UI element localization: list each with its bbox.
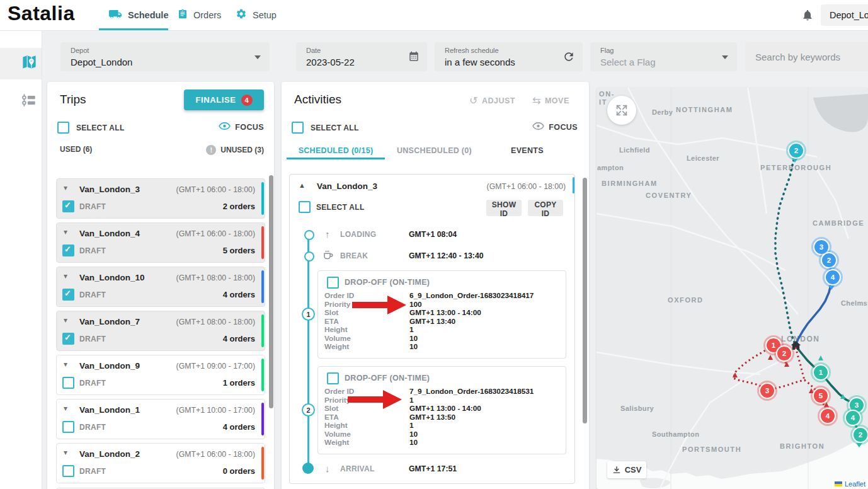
map-marker[interactable]: 4 — [845, 410, 861, 426]
tab-scheduled[interactable]: SCHEDULED (0/15) — [287, 146, 385, 155]
activities-title: Activities — [294, 93, 341, 106]
trip-checkbox[interactable] — [62, 333, 74, 345]
map-marker[interactable]: 2 — [821, 252, 837, 268]
map-panel[interactable]: ON- IT Derby NOTTINGHAM Lichfield Leices… — [597, 88, 868, 489]
bell-icon[interactable] — [801, 8, 814, 25]
trip-color-stripe — [261, 447, 264, 480]
tab-unscheduled[interactable]: UNSCHEDULED (0) — [395, 146, 474, 155]
trip-checkbox[interactable] — [62, 244, 74, 256]
active-tab-underline — [99, 28, 168, 30]
activities-focus-button[interactable]: FOCUS — [532, 122, 578, 133]
calendar-icon — [408, 51, 420, 65]
move-button[interactable]: ⇆ MOVE — [532, 95, 569, 106]
chevron-up-icon[interactable]: ▲ — [299, 181, 306, 189]
map-marker[interactable]: 5 — [813, 388, 829, 404]
activities-select-all[interactable]: SELECT ALL — [292, 122, 359, 134]
chevron-down-icon[interactable]: ▾ — [64, 272, 67, 280]
map-marker[interactable]: 2 — [788, 142, 804, 159]
app-window: Satalia Schedule Orders Setup Depot_Lon — [0, 0, 868, 489]
tab-orders[interactable]: Orders — [178, 0, 221, 30]
trips-scrollbar[interactable] — [269, 175, 273, 408]
map-marker[interactable]: 2 — [852, 427, 868, 443]
unused-counter[interactable]: ! UNUSED (3) — [206, 145, 264, 155]
fullscreen-button[interactable] — [607, 96, 636, 125]
timeline-node-arrival — [302, 463, 314, 474]
map-attribution: Leaflet — [832, 479, 868, 489]
map-marker[interactable]: 3 — [759, 383, 775, 399]
trips-select-all[interactable]: SELECT ALL — [57, 122, 125, 134]
activities-scrollbar[interactable] — [583, 178, 587, 423]
chevron-down-icon[interactable]: ▾ — [64, 360, 67, 369]
map-marker[interactable]: 4 — [819, 408, 836, 424]
move-icon: ⇆ — [532, 95, 541, 106]
chevron-down-icon[interactable]: ▾ — [64, 183, 67, 192]
eye-icon — [532, 122, 544, 133]
trip-card-van-london-2[interactable]: ▾ Van_London_2 (GMT+1 06:00 - 18:00) DRA… — [56, 443, 265, 483]
trip-checkbox[interactable] — [62, 421, 74, 433]
trips-select-all-checkbox[interactable] — [57, 122, 69, 134]
chevron-down-icon[interactable]: ▾ — [64, 316, 67, 325]
trip-color-stripe — [261, 182, 264, 215]
trip-card-van-london-3[interactable]: ▾ Van_London_3 (GMT+1 06:00 - 18:00) DRA… — [56, 178, 265, 219]
trip-checkbox[interactable] — [62, 377, 74, 389]
tab-orders-label: Orders — [193, 10, 221, 20]
map-marker[interactable]: 4 — [825, 269, 841, 285]
activity-select-all-checkbox[interactable] — [299, 201, 311, 213]
timeline-view-icon[interactable] — [21, 92, 37, 111]
exclamation-icon: ! — [206, 145, 216, 155]
flag-select[interactable]: Flag Select a Flag — [590, 42, 737, 71]
depot-select-value: Depot_London — [71, 57, 132, 67]
flag-select-placeholder: Select a Flag — [600, 57, 656, 67]
chevron-down-icon[interactable]: ▾ — [64, 448, 67, 457]
trips-focus-label: FOCUS — [235, 123, 264, 132]
loading-arrow-up-icon: ↑ — [325, 229, 330, 239]
truck-icon — [108, 9, 122, 22]
date-picker[interactable]: Date 2023-05-22 — [296, 42, 427, 71]
refresh-icon[interactable] — [562, 50, 575, 66]
trip-card-van-london-7[interactable]: ▾ Van_London_7 (GMT+1 08:00 - 18:00) DRA… — [56, 311, 265, 351]
refresh-schedule[interactable]: Refresh schedule in a few seconds — [435, 42, 583, 71]
map-marker-pointer — [792, 158, 798, 163]
timeline-node — [304, 251, 314, 262]
timeline-stop-number: 2 — [302, 403, 315, 417]
copy-id-button[interactable]: COPY ID — [528, 200, 563, 216]
timeline-stop-number: 1 — [302, 308, 315, 321]
used-counter[interactable]: USED (6) — [60, 145, 92, 154]
map-view-icon[interactable] — [21, 54, 38, 74]
adjust-button[interactable]: ↺ ADJUST — [469, 95, 515, 106]
chevron-down-icon[interactable]: ▾ — [64, 227, 67, 236]
trip-checkbox[interactable] — [62, 200, 74, 212]
refresh-schedule-value: in a few seconds — [445, 57, 515, 67]
trips-panel: Trips FINALISE 4 SELECT ALL FOCUS USED (… — [47, 82, 274, 489]
chevron-down-icon[interactable]: ▾ — [64, 404, 67, 413]
depot-switcher-button[interactable]: Depot_Lon — [821, 4, 868, 26]
trip-card-van-london-1[interactable]: ▾ Van_London_1 (GMT+1 10:00 - 17:00) DRA… — [56, 399, 265, 439]
tab-schedule[interactable]: Schedule — [108, 0, 168, 30]
trip-card-van-london-10[interactable]: ▾ Van_London_10 (GMT+1 08:00 - 18:00) DR… — [56, 267, 265, 307]
trip-card-van-london-4[interactable]: ▾ Van_London_4 (GMT+1 06:00 - 18:00) DRA… — [56, 222, 265, 263]
dropoff-checkbox[interactable] — [327, 372, 339, 384]
trips-select-all-label: SELECT ALL — [76, 124, 125, 132]
trips-focus-button[interactable]: FOCUS — [219, 122, 264, 133]
dropoff-checkbox[interactable] — [327, 277, 339, 289]
depot-select[interactable]: Depot Depot_London — [60, 42, 270, 71]
top-bar: Satalia Schedule Orders Setup Depot_Lon — [0, 0, 868, 31]
activities-select-all-checkbox[interactable] — [292, 122, 304, 134]
trip-card-van-london-9[interactable]: ▾ Van_London_9 (GMT+1 09:00 - 17:00) DRA… — [56, 355, 265, 395]
coffee-cup-icon — [323, 250, 334, 263]
search-input[interactable] — [745, 42, 868, 71]
dropoff-card-2: DROP-OFF (ON-TIME) Order ID7_9_London_Or… — [317, 366, 566, 454]
tab-events[interactable]: EVENTS — [496, 146, 559, 155]
clipboard-icon — [178, 8, 188, 22]
finalise-button[interactable]: FINALISE 4 — [184, 89, 264, 110]
map-marker[interactable]: 1 — [813, 364, 829, 381]
trip-checkbox[interactable] — [62, 465, 74, 477]
csv-export-button[interactable]: CSV — [607, 461, 646, 478]
tab-setup[interactable]: Setup — [236, 0, 277, 30]
show-id-button[interactable]: SHOW ID — [486, 200, 522, 216]
trip-checkbox[interactable] — [62, 289, 74, 301]
trip-color-stripe — [261, 270, 264, 303]
leaflet-link[interactable]: Leaflet — [845, 480, 865, 488]
depot-select-label: Depot — [71, 47, 89, 54]
trip-color-stripe — [261, 359, 264, 391]
